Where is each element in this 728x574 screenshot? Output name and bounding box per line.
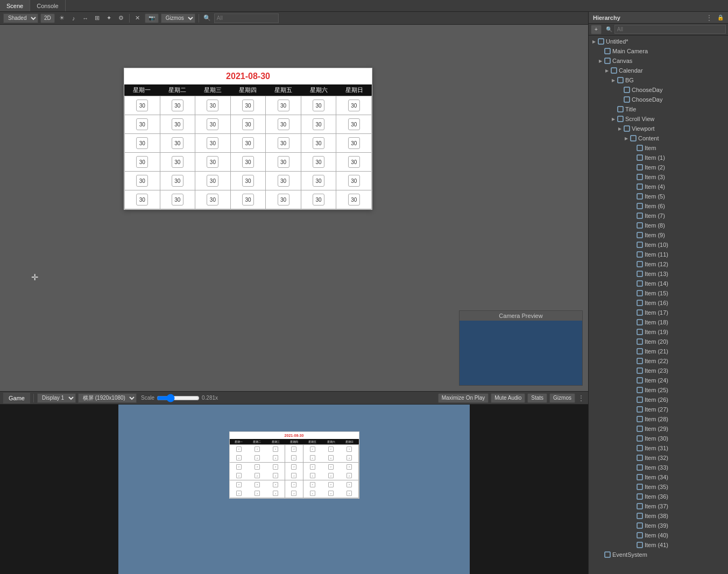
tree-item[interactable]: Item (1): [589, 153, 728, 162]
tree-item[interactable]: Item (40): [589, 530, 728, 540]
maximize-btn[interactable]: Maximize On Play: [438, 393, 489, 403]
mini-cal-cell[interactable]: >: [285, 480, 303, 489]
mini-cal-cell[interactable]: >: [248, 489, 266, 498]
mini-cal-cell[interactable]: >: [266, 471, 285, 480]
tree-item[interactable]: ▶Untitled*: [589, 37, 728, 46]
grid-icon[interactable]: ⊞: [93, 13, 102, 23]
tree-item[interactable]: Item (18): [589, 317, 728, 327]
cal-cell[interactable]: 30: [160, 115, 195, 133]
gizmos-select[interactable]: Gizmos: [161, 13, 195, 23]
tree-item[interactable]: Item (24): [589, 375, 728, 385]
mini-cal-cell[interactable]: >: [340, 471, 358, 480]
mini-cal-cell[interactable]: >: [230, 480, 248, 489]
cal-cell[interactable]: 30: [160, 96, 195, 115]
mini-cal-cell[interactable]: >: [322, 463, 340, 471]
cal-cell[interactable]: 30: [266, 172, 301, 190]
cal-cell[interactable]: 30: [336, 172, 371, 190]
tree-item[interactable]: Item (7): [589, 211, 728, 221]
mini-cal-cell[interactable]: >: [322, 489, 340, 498]
mini-cal-cell[interactable]: >: [230, 445, 248, 453]
tree-item[interactable]: Item (19): [589, 327, 728, 337]
mini-cal-cell[interactable]: >: [322, 445, 340, 453]
scene-search[interactable]: [214, 13, 279, 23]
resolution-select[interactable]: 横屏 (1920x1080): [78, 393, 137, 403]
mini-cal-cell[interactable]: >: [322, 471, 340, 480]
tree-item[interactable]: Item (14): [589, 279, 728, 288]
mini-cal-cell[interactable]: >: [285, 445, 303, 453]
tree-item[interactable]: Item (4): [589, 182, 728, 192]
mini-cal-cell[interactable]: >: [230, 471, 248, 480]
tree-item[interactable]: Item (17): [589, 308, 728, 317]
tree-item[interactable]: Item (36): [589, 492, 728, 501]
cal-cell[interactable]: 30: [266, 115, 301, 133]
tree-item[interactable]: Item (21): [589, 346, 728, 356]
hierarchy-dots[interactable]: ⋮: [705, 13, 713, 22]
display-select[interactable]: Display 1: [37, 393, 76, 403]
mini-cal-cell[interactable]: >: [340, 480, 358, 489]
mini-cal-cell[interactable]: >: [340, 489, 358, 498]
cal-cell[interactable]: 30: [301, 134, 336, 152]
hierarchy-add-btn[interactable]: +: [591, 25, 602, 34]
tree-item[interactable]: Item (10): [589, 240, 728, 250]
cal-cell[interactable]: 30: [266, 134, 301, 152]
mini-cal-cell[interactable]: >: [322, 453, 340, 462]
audio-icon[interactable]: ♪: [69, 13, 79, 23]
cal-cell[interactable]: 30: [231, 190, 266, 209]
stats-btn[interactable]: Stats: [527, 393, 547, 403]
cal-cell[interactable]: 30: [266, 153, 301, 171]
cal-cell[interactable]: 30: [336, 190, 371, 209]
mini-cal-cell[interactable]: >: [248, 445, 266, 453]
tree-item[interactable]: ▶Scroll View: [589, 114, 728, 124]
cal-cell[interactable]: 30: [160, 190, 195, 209]
tree-item[interactable]: Item (33): [589, 463, 728, 472]
hierarchy-search[interactable]: [614, 25, 726, 34]
tree-item[interactable]: Item (39): [589, 521, 728, 530]
tree-item[interactable]: Item (28): [589, 414, 728, 424]
tree-arrow[interactable]: ▶: [597, 58, 604, 64]
cal-cell[interactable]: 30: [301, 115, 336, 133]
cal-cell[interactable]: 30: [231, 134, 266, 152]
tree-item[interactable]: Item (25): [589, 385, 728, 395]
tree-item[interactable]: Item (9): [589, 230, 728, 240]
tab-scene[interactable]: Scene: [0, 0, 30, 11]
mini-cal-cell[interactable]: >: [266, 489, 285, 498]
tree-arrow[interactable]: ▶: [610, 77, 617, 83]
tree-arrow[interactable]: ▶: [610, 116, 617, 122]
cal-cell[interactable]: 30: [160, 153, 195, 171]
tree-item[interactable]: ▶Viewport: [589, 124, 728, 133]
mini-cal-cell[interactable]: >: [303, 445, 322, 453]
cal-cell[interactable]: 30: [195, 172, 230, 190]
tree-item[interactable]: ChooseDay: [589, 85, 728, 95]
tree-item[interactable]: Item (22): [589, 356, 728, 366]
mini-cal-cell[interactable]: >: [230, 453, 248, 462]
cal-cell[interactable]: 30: [301, 172, 336, 190]
tree-item[interactable]: Item (35): [589, 482, 728, 492]
cal-cell[interactable]: 30: [125, 153, 160, 171]
mini-cal-cell[interactable]: >: [266, 463, 285, 471]
cal-cell[interactable]: 30: [231, 153, 266, 171]
tree-item[interactable]: Item (2): [589, 162, 728, 172]
tree-item[interactable]: Item (38): [589, 511, 728, 521]
cal-cell[interactable]: 30: [125, 96, 160, 115]
tree-item[interactable]: Title: [589, 104, 728, 114]
cross-icon[interactable]: ✕: [133, 13, 143, 23]
tree-item[interactable]: Item (27): [589, 405, 728, 414]
cal-cell[interactable]: 30: [231, 172, 266, 190]
cal-cell[interactable]: 30: [231, 115, 266, 133]
tree-item[interactable]: ▶BG: [589, 75, 728, 85]
mini-cal-cell[interactable]: >: [285, 463, 303, 471]
tree-item[interactable]: Item (32): [589, 453, 728, 463]
mini-cal-cell[interactable]: >: [303, 471, 322, 480]
cal-cell[interactable]: 30: [125, 115, 160, 133]
tree-item[interactable]: Item (30): [589, 434, 728, 443]
scale-slider[interactable]: [157, 394, 200, 402]
mini-cal-cell[interactable]: >: [266, 480, 285, 489]
tree-item[interactable]: Item (31): [589, 443, 728, 453]
tree-item[interactable]: Item (11): [589, 250, 728, 259]
cal-cell[interactable]: 30: [125, 172, 160, 190]
mini-cal-cell[interactable]: >: [303, 463, 322, 471]
tree-item[interactable]: Main Camera: [589, 46, 728, 56]
mini-cal-cell[interactable]: >: [322, 480, 340, 489]
2d-toggle[interactable]: 2D: [40, 13, 55, 23]
cal-cell[interactable]: 30: [301, 153, 336, 171]
